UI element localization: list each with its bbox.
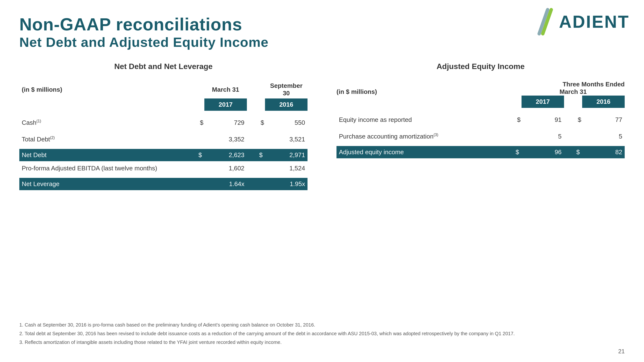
left-row-val1: 1,602 [204,161,247,175]
logo-icon [530,7,556,36]
logo-text: ADIENT [559,12,630,32]
right-table-row: Adjusted equity income$96$82 [336,146,625,158]
left-row-dollar2: $ [247,116,265,130]
page: ADIENT Non-GAAP reconciliations Net Debt… [0,0,644,362]
left-section-title: Net Debt and Net Leverage [19,62,308,71]
left-table: (in $ millions) March 31 September 30 20… [19,81,308,190]
left-table-row: Net Leverage1.64x1.95x [19,178,308,190]
left-row-val2: 1.95x [265,178,308,190]
left-row-dollar2 [247,132,265,146]
page-number: 21 [618,348,625,355]
content-area: Net Debt and Net Leverage (in $ millions… [19,62,625,190]
left-row-val2: 1,524 [265,161,308,175]
left-row-label: Cash(1) [19,116,186,130]
left-in-millions: (in $ millions) [19,81,186,98]
left-row-val2: 550 [265,116,308,130]
left-row-label: Total Debt(2) [19,132,186,146]
left-table-row: Net Debt$2,623$2,971 [19,149,308,161]
left-table-row: Total Debt(2)3,3523,521 [19,132,308,146]
footnotes: 1. Cash at September 30, 2016 is pro-for… [19,322,625,348]
left-row-dollar1: $ [186,116,204,130]
right-table-row: Equity income as reported$91$77 [336,113,625,127]
left-row-dollar1 [186,161,204,175]
logo-container: ADIENT [530,7,630,36]
left-row-val2: 2,971 [265,149,308,161]
left-year-row: 2017 2016 [19,98,308,111]
left-row-val1: 3,352 [204,132,247,146]
left-row-val1: 729 [204,116,247,130]
right-row-label: Purchase accounting amortization(3) [336,129,504,144]
left-table-row: Pro-forma Adjusted EBITDA (last twelve m… [19,161,308,175]
right-march31-row: (in $ millions) March 31 [336,88,625,96]
right-three-months-row: Three Months Ended [336,81,625,88]
left-row-val1: 2,623 [204,149,247,161]
right-table-section: Adjusted Equity Income Three Months Ende… [336,62,625,190]
left-row-dollar1: $ [186,149,204,161]
left-row-label: Net Debt [19,149,186,161]
right-three-months-label: Three Months Ended [504,81,625,88]
left-row-val1: 1.64x [204,178,247,190]
left-row-dollar2 [247,178,265,190]
right-row-dollar1: $ [504,146,522,158]
right-row-label: Adjusted equity income [336,146,504,158]
left-table-row: Cash(1)$729$550 [19,116,308,130]
left-row-dollar1 [186,178,204,190]
right-row-val1: 91 [522,113,564,127]
left-row-val2: 3,521 [265,132,308,146]
left-row-dollar1 [186,132,204,146]
left-row-label: Net Leverage [19,178,186,190]
left-row-label: Pro-forma Adjusted EBITDA (last twelve m… [19,161,186,175]
right-row-label: Equity income as reported [336,113,504,127]
right-table: Three Months Ended (in $ millions) March… [336,81,625,158]
footnote-item: 1. Cash at September 30, 2016 is pro-for… [19,322,625,328]
right-march31-label: March 31 [522,88,625,96]
footnote-item: 3. Reflects amortization of intangible a… [19,339,625,346]
left-col-header-row: (in $ millions) March 31 September 30 [19,81,308,98]
right-year-row: 2017 2016 [336,96,625,108]
left-col1-year: 2017 [204,98,247,111]
left-table-section: Net Debt and Net Leverage (in $ millions… [19,62,308,190]
right-col1-year: 2017 [522,96,564,108]
right-section-title: Adjusted Equity Income [336,62,625,71]
right-row-dollar2 [564,129,582,144]
right-row-val2: 77 [582,113,625,127]
right-in-millions: (in $ millions) [336,88,504,96]
right-table-row: Purchase accounting amortization(3)55 [336,129,625,144]
left-col2-year: 2016 [265,98,308,111]
left-col1-header: March 31 [204,81,247,98]
left-col2-header: September 30 [265,81,308,98]
title-sub: Net Debt and Adjusted Equity Income [19,34,625,50]
right-row-val2: 82 [582,146,625,158]
right-row-dollar2: $ [564,146,582,158]
right-row-val1: 96 [522,146,564,158]
left-row-dollar2: $ [247,149,265,161]
right-row-val2: 5 [582,129,625,144]
right-row-val1: 5 [522,129,564,144]
footnote-item: 2. Total debt at September 30, 2016 has … [19,330,625,337]
right-col2-year: 2016 [582,96,625,108]
right-row-dollar2: $ [564,113,582,127]
right-row-dollar1: $ [504,113,522,127]
right-row-dollar1 [504,129,522,144]
left-row-dollar2 [247,161,265,175]
